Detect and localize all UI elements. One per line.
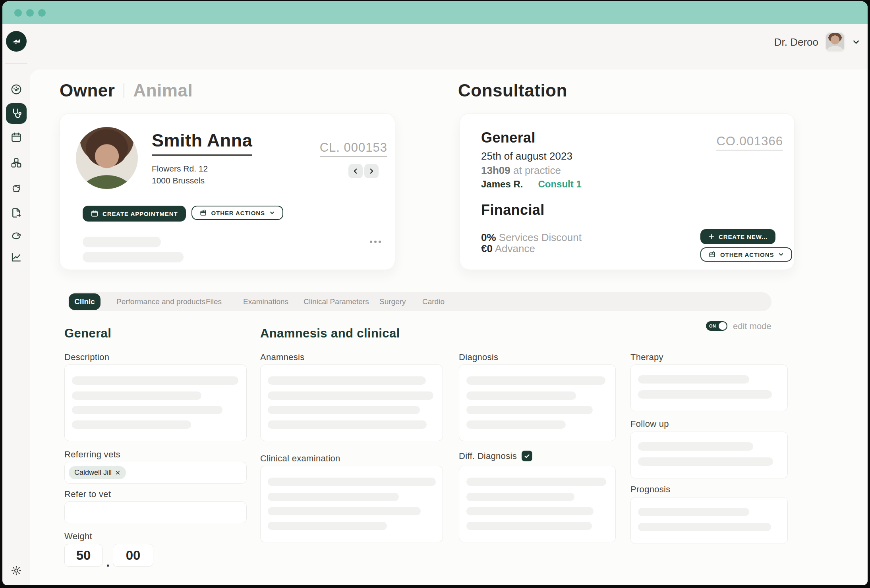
consultation-general-heading: General (481, 129, 536, 146)
next-client-button[interactable] (364, 164, 379, 178)
chevron-left-icon (352, 168, 359, 175)
clinical-examination-field[interactable] (260, 466, 443, 542)
create-appointment-button[interactable]: CREATE APPOINTMENT (83, 206, 186, 222)
chevron-right-icon (368, 168, 375, 175)
skeleton-line (268, 391, 433, 400)
consultation-location: at practice (513, 164, 561, 176)
therapy-field[interactable] (630, 364, 788, 411)
sidebar-nav (2, 69, 30, 585)
create-new-label: CREATE NEW... (719, 233, 768, 240)
consultation-date: 25th of august 2023 (481, 150, 572, 162)
clipboard-icon (199, 209, 207, 217)
sidebar-item-finance[interactable] (6, 177, 27, 198)
advance-row: €0 Advance (481, 243, 535, 255)
section-anamnesis-clinical: Anamnesis and clinical (260, 326, 400, 341)
consultation-number-link[interactable]: CO.001366 (716, 134, 783, 150)
skeleton-line (83, 252, 184, 262)
referring-vets-field[interactable]: Caldwell Jill (64, 462, 247, 484)
skeleton-line (268, 420, 427, 429)
main-panel: Owner Animal Consultation Smith Anna CL.… (30, 69, 868, 585)
skeleton-line (268, 522, 387, 530)
skeleton-line (466, 493, 574, 501)
chip-label: Caldwell Jill (74, 468, 112, 477)
skeleton-line (268, 507, 421, 515)
section-general: General (64, 326, 111, 341)
sidebar-item-dashboard[interactable] (6, 79, 27, 100)
weight-main-input[interactable] (64, 544, 102, 567)
calendar-icon (10, 131, 22, 143)
chevron-down-icon (269, 210, 275, 216)
weight-label: Weight (64, 531, 92, 542)
financial-heading: Financial (481, 202, 545, 218)
refer-to-vet-field[interactable] (64, 501, 247, 523)
sidebar-item-statistics[interactable] (6, 247, 27, 268)
diagnosis-label: Diagnosis (459, 352, 498, 362)
user-menu[interactable]: Dr. Deroo (774, 33, 860, 52)
client-number-link[interactable]: CL. 000153 (320, 141, 387, 157)
window-control-icon[interactable] (38, 9, 46, 17)
anamnesis-field[interactable] (260, 364, 443, 441)
animal-icon (10, 229, 22, 241)
consult-link[interactable]: Consult 1 (538, 179, 581, 190)
chip-remove-icon[interactable] (115, 470, 120, 475)
sidebar-item-agenda[interactable] (6, 127, 27, 148)
sidebar-item-consultations[interactable] (6, 103, 27, 124)
tab-animal[interactable]: Animal (133, 81, 193, 100)
advance-label: Advance (495, 243, 535, 254)
consultation-time-row: 13h09 at practice (481, 164, 561, 177)
tab-clinical-parameters[interactable]: Clinical Parameters (304, 292, 369, 311)
diff-diagnosis-field[interactable] (459, 466, 616, 542)
diff-diagnosis-label: Diff. Diagnosis (459, 451, 517, 461)
tab-examinations[interactable]: Examinations (243, 292, 288, 311)
tab-files[interactable]: Files (206, 292, 222, 311)
create-new-button[interactable]: CREATE NEW... (700, 229, 775, 244)
sidebar-item-documents[interactable] (6, 202, 27, 223)
statistics-icon (10, 251, 22, 263)
sidebar-item-settings[interactable] (6, 560, 27, 581)
skeleton-line (268, 376, 426, 385)
tab-owner[interactable]: Owner (60, 81, 115, 100)
follow-up-label: Follow up (630, 419, 669, 429)
chevron-down-icon (778, 251, 784, 258)
skeleton-line (466, 478, 606, 486)
record-switcher: Owner Animal (60, 81, 193, 100)
window-control-icon[interactable] (14, 9, 22, 17)
more-options-icon[interactable] (370, 241, 381, 243)
sidebar-item-products[interactable] (6, 152, 27, 173)
consultation-other-actions-label: OTHER ACTIONS (720, 251, 774, 258)
prognosis-field[interactable] (630, 497, 788, 544)
previous-client-button[interactable] (348, 164, 363, 178)
window-titlebar (2, 1, 868, 24)
edit-mode-toggle[interactable]: ON (706, 321, 727, 331)
follow-up-field[interactable] (630, 432, 788, 478)
skeleton-line (72, 391, 201, 400)
diagnosis-field[interactable] (459, 364, 616, 441)
description-field[interactable] (64, 364, 247, 441)
refer-to-vet-label: Refer to vet (64, 489, 111, 499)
sidebar-item-animals[interactable] (6, 225, 27, 246)
app-logo[interactable] (6, 31, 27, 52)
title-divider (124, 83, 124, 98)
tab-performance-and-products[interactable]: Performance and products (116, 292, 205, 311)
owner-name[interactable]: Smith Anna (152, 130, 252, 156)
referring-vets-label: Referring vets (64, 449, 120, 460)
consultation-other-actions-button[interactable]: OTHER ACTIONS (700, 247, 792, 262)
window-controls (14, 9, 46, 17)
edit-mode-label: edit mode (733, 321, 771, 332)
tab-surgery[interactable]: Surgery (379, 292, 406, 311)
skeleton-line (638, 523, 771, 531)
window-control-icon[interactable] (26, 9, 34, 17)
clinical-examination-label: Clinical examination (260, 453, 340, 464)
owner-other-actions-button[interactable]: OTHER ACTIONS (191, 206, 283, 220)
sidebar-divider (5, 63, 27, 64)
diff-diagnosis-checkbox[interactable] (522, 451, 532, 461)
consultation-title: Consultation (458, 81, 567, 100)
weight-decimal-input[interactable] (113, 544, 153, 567)
tab-clinic[interactable]: Clinic (69, 293, 101, 310)
chevron-down-icon (852, 38, 860, 46)
skeleton-line (466, 376, 605, 385)
tab-cardio[interactable]: Cardio (422, 292, 445, 311)
description-label: Description (64, 352, 109, 362)
skeleton-line (638, 508, 749, 516)
checkmark-icon (524, 453, 530, 459)
